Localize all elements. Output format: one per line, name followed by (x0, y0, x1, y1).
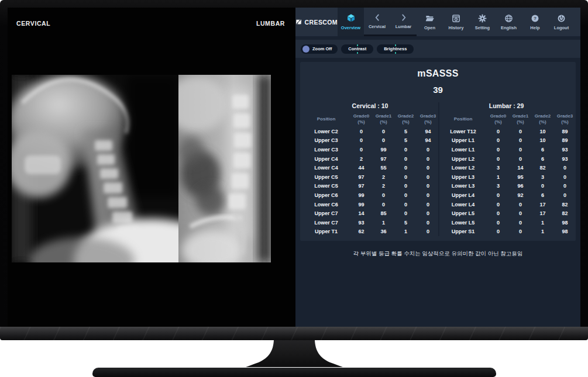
grade-percent-cell: 0 (395, 174, 417, 180)
position-cell: Lower L4 (439, 202, 487, 207)
nav-label: Overview (341, 25, 360, 30)
nav-label: History (449, 25, 464, 30)
column-header: Grade0(%) (350, 113, 373, 127)
position-cell: Lower L5 (439, 220, 487, 226)
column-header: Grade2(%) (532, 113, 554, 127)
grade-percent-cell: 0 (487, 202, 510, 207)
nav-item-overview[interactable]: Overview (338, 8, 364, 36)
grade-percent-cell: 0 (554, 183, 576, 189)
lumbar-image-label: LUMBAR (256, 20, 285, 27)
nav-item-cervical[interactable]: Cervical (364, 8, 390, 34)
grade-percent-cell: 93 (350, 220, 373, 226)
table-row: Lower C4445500 (302, 163, 438, 172)
nav-item-logout[interactable]: Logout (548, 8, 575, 36)
nav-item-history[interactable]: History (443, 8, 469, 36)
spine-tab-group: Cervical Lumbar (364, 8, 417, 36)
position-cell: Lower T12 (439, 129, 487, 134)
grade-percent-cell: 98 (554, 229, 576, 234)
nav-item-setting[interactable]: Setting (469, 8, 496, 36)
grade-percent-cell: 0 (487, 129, 510, 134)
grade-percent-cell: 0 (417, 156, 439, 162)
grade-percent-cell: 5 (395, 220, 417, 226)
lumbar-xray-image[interactable] (178, 75, 271, 262)
table-row: Lower L100693 (439, 145, 574, 154)
column-header: Grade1(%) (373, 113, 395, 127)
score-sections: Cervical : 10 PositionGrade0(%)Grade1(%)… (300, 102, 576, 236)
grade-percent-cell: 0 (417, 183, 439, 189)
grade-percent-cell: 3 (487, 165, 510, 171)
position-cell: Lower L1 (439, 147, 487, 153)
grade-percent-cell: 2 (373, 183, 395, 189)
grade-percent-cell: 82 (554, 202, 576, 207)
grade-percent-cell: 0 (395, 192, 417, 198)
nav-item-english[interactable]: English (496, 8, 522, 36)
table-row: Lower L500198 (439, 218, 574, 227)
table-row: Upper L409260 (439, 191, 574, 200)
table-row: Lower C699000 (302, 200, 438, 209)
grade-percent-cell: 82 (554, 210, 576, 216)
grade-percent-cell: 99 (373, 147, 395, 153)
report-title: mSASSS (300, 68, 576, 79)
grade-percent-cell: 0 (417, 202, 439, 207)
grade-percent-cell: 0 (554, 174, 576, 180)
lumbar-section-heading: Lumbar : 29 (439, 102, 574, 109)
grade-percent-cell: 95 (510, 174, 532, 180)
position-cell: Upper L5 (439, 210, 487, 216)
table-row: Lower C793150 (302, 218, 438, 227)
grade-percent-cell: 0 (487, 210, 510, 216)
gear-icon (478, 14, 487, 23)
monitor-frame: CERVICAL LUMBAR (0, 0, 588, 377)
grade-percent-cell: 97 (350, 174, 373, 180)
table-header-row: PositionGrade0(%)Grade1(%)Grade2(%)Grade… (439, 113, 574, 127)
grade-percent-cell: 1 (373, 220, 395, 226)
grade-percent-cell: 0 (510, 156, 532, 162)
xray-composite[interactable] (12, 75, 271, 262)
stand-base (92, 368, 496, 377)
grade-percent-cell: 94 (417, 137, 439, 143)
toggle-knob-icon[interactable] (302, 46, 310, 53)
grade-percent-cell: 0 (373, 129, 395, 134)
nav-item-help[interactable]: ? Help (522, 8, 548, 36)
cervical-section: Cervical : 10 PositionGrade0(%)Grade1(%)… (302, 102, 438, 236)
column-header: Grade3(%) (417, 113, 439, 127)
zoom-toggle[interactable]: Zoom Off (301, 44, 338, 54)
position-cell: Lower L2 (439, 165, 487, 171)
grade-percent-cell: 0 (417, 210, 439, 216)
cube-icon (346, 13, 356, 23)
xray-viewer[interactable]: CERVICAL LUMBAR (8, 8, 295, 327)
nav-item-lumbar[interactable]: Lumbar (390, 8, 417, 34)
grade-percent-cell: 92 (510, 192, 532, 198)
grade-percent-cell: 1 (395, 229, 417, 234)
position-cell: Upper L2 (439, 156, 487, 162)
grade-percent-cell: 98 (554, 220, 576, 226)
grade-percent-cell: 89 (554, 129, 576, 134)
grade-percent-cell: 10 (532, 129, 554, 134)
grade-percent-cell: 14 (510, 165, 532, 171)
crescom-logo-icon (295, 18, 302, 26)
grade-percent-cell: 6 (532, 192, 554, 198)
grade-percent-cell: 0 (373, 192, 395, 198)
nav-label: Lumbar (396, 24, 412, 29)
grade-percent-cell: 36 (373, 229, 395, 234)
grade-percent-cell: 0 (510, 210, 532, 216)
grade-percent-cell: 0 (554, 165, 576, 171)
table-row: Lower L339600 (439, 182, 574, 191)
grade-percent-cell: 0 (554, 192, 576, 198)
grade-percent-cell: 97 (373, 156, 395, 162)
brightness-button[interactable]: Brightness (377, 44, 414, 54)
grade-percent-cell: 0 (395, 183, 417, 189)
monitor-stand (0, 340, 588, 377)
grade-percent-cell: 0 (417, 192, 439, 198)
grade-percent-cell: 6 (532, 156, 554, 162)
monitor-bottom-bezel (0, 327, 588, 340)
grade-percent-cell: 96 (510, 183, 532, 189)
grade-percent-cell: 0 (417, 147, 439, 153)
cervical-image-label: CERVICAL (16, 20, 50, 27)
nav-item-open[interactable]: Open (417, 8, 443, 36)
cervical-xray-image[interactable] (12, 75, 178, 262)
position-cell: Lower C6 (302, 202, 350, 207)
grade-percent-cell: 93 (554, 156, 576, 162)
position-cell: Upper C4 (302, 156, 350, 162)
contrast-button[interactable]: Contrast (341, 44, 373, 54)
grade-percent-cell: 99 (350, 192, 373, 198)
